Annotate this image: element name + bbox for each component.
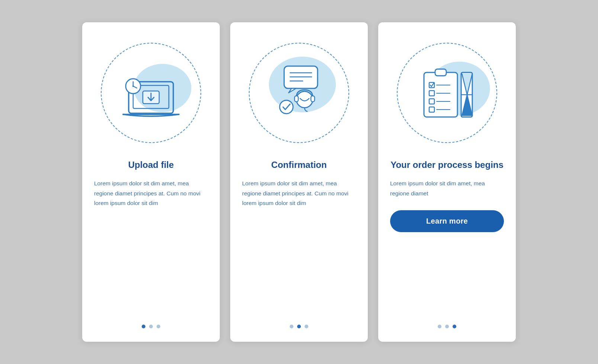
dot-3-upload [157, 325, 160, 328]
svg-rect-22 [429, 91, 434, 96]
icon-wrapper-order [390, 37, 504, 149]
dots-order [438, 319, 456, 328]
order-process-icon [410, 56, 484, 130]
cards-container: Upload file Lorem ipsum dolor sit dim am… [82, 22, 516, 342]
illustration-order [390, 37, 504, 149]
svg-point-8 [132, 85, 134, 87]
confirmation-icon [262, 56, 336, 130]
learn-more-button[interactable]: Learn more [390, 210, 504, 232]
svg-rect-19 [435, 69, 446, 76]
card-title-confirmation: Confirmation [271, 159, 327, 170]
illustration-confirmation [242, 37, 356, 149]
dots-confirmation [290, 319, 308, 328]
icon-wrapper-confirmation [242, 37, 356, 149]
svg-rect-16 [311, 96, 315, 102]
svg-point-13 [296, 91, 313, 108]
icon-wrapper-upload [94, 37, 208, 149]
card-text-upload: Lorem ipsum dolor sit dim amet, mea regi… [94, 179, 208, 208]
dot-2-order [445, 325, 449, 328]
svg-point-17 [280, 100, 293, 114]
dot-1-order [438, 325, 441, 328]
card-text-order: Lorem ipsum dolor sit dim amet, mea regi… [390, 179, 504, 198]
dot-1-confirmation [290, 325, 293, 328]
svg-rect-14 [295, 96, 298, 102]
card-upload-file: Upload file Lorem ipsum dolor sit dim am… [82, 22, 220, 342]
card-title-upload: Upload file [128, 159, 174, 170]
dot-3-confirmation [305, 325, 308, 328]
svg-rect-26 [429, 107, 434, 112]
card-title-order: Your order process begins [390, 159, 504, 170]
card-text-confirmation: Lorem ipsum dolor sit dim amet, mea regi… [242, 179, 356, 208]
card-order-process: Your order process begins Lorem ipsum do… [378, 22, 516, 342]
dots-upload [142, 319, 160, 328]
dot-2-confirmation [297, 325, 301, 328]
upload-file-icon [114, 56, 188, 130]
dot-3-order [453, 325, 456, 328]
dot-1-upload [142, 325, 145, 328]
dot-2-upload [149, 325, 153, 328]
card-confirmation: Confirmation Lorem ipsum dolor sit dim a… [230, 22, 368, 342]
svg-rect-24 [429, 99, 434, 104]
illustration-upload [94, 37, 208, 149]
